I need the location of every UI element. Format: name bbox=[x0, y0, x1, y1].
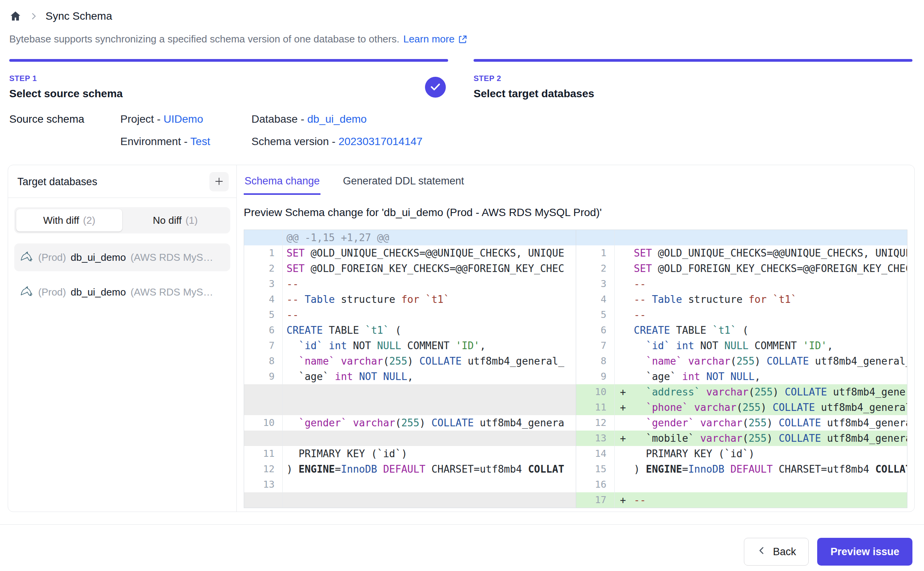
schema-diff: @@ -1,15 +1,27 @@1SET @OLD_UNIQUE_CHECKS… bbox=[244, 230, 907, 508]
tab-no-diff[interactable]: No diff (1) bbox=[122, 209, 228, 231]
diff-row bbox=[244, 384, 576, 400]
tab-generated-ddl[interactable]: Generated DDL statement bbox=[342, 173, 465, 195]
diff-code-line: PRIMARY KEY (`id`) bbox=[283, 446, 576, 461]
diff-code-line: -- Table structure for `t1` bbox=[615, 292, 907, 307]
diff-line-number bbox=[576, 230, 615, 245]
diff-line-number: 11 bbox=[244, 446, 283, 461]
diff-row: 6CREATE TABLE `t1` ( bbox=[576, 323, 907, 338]
diff-line-number: 5 bbox=[244, 307, 283, 323]
diff-line-number: 10 bbox=[576, 384, 615, 400]
diff-code-line bbox=[283, 492, 576, 508]
diff-row: 5-- bbox=[244, 307, 576, 323]
diff-code-line bbox=[283, 477, 576, 492]
database-environment: (Prod) bbox=[38, 252, 66, 264]
diff-row bbox=[244, 492, 576, 508]
step-2: STEP 2 Select target databases bbox=[474, 59, 912, 100]
schema-version-link[interactable]: 20230317014147 bbox=[339, 135, 423, 147]
diff-code-line: `name` varchar(255) COLLATE utf8mb4_gene… bbox=[283, 353, 576, 369]
diff-code-line: SET @OLD_UNIQUE_CHECKS=@@UNIQUE_CHECKS, … bbox=[615, 245, 907, 261]
diff-line-number: 1 bbox=[576, 245, 615, 261]
diff-code-line: `age` int NOT NULL, bbox=[283, 369, 576, 384]
diff-code-line: -- bbox=[615, 307, 907, 323]
diff-row: 1SET @OLD_UNIQUE_CHECKS=@@UNIQUE_CHECKS,… bbox=[576, 245, 907, 261]
diff-row: 8 `name` varchar(255) COLLATE utf8mb4_ge… bbox=[244, 353, 576, 369]
added-line-marker: + bbox=[615, 400, 634, 415]
diff-line-number: 6 bbox=[244, 323, 283, 338]
diff-line-number: 8 bbox=[244, 353, 283, 369]
tab-with-diff[interactable]: With diff (2) bbox=[16, 209, 122, 231]
schema-change-content: Schema change Generated DDL statement Pr… bbox=[236, 165, 914, 512]
source-schema-label: Source schema bbox=[9, 113, 120, 148]
diff-line-number: 7 bbox=[244, 338, 283, 353]
diff-code-line: SET @OLD_UNIQUE_CHECKS=@@UNIQUE_CHECKS, … bbox=[283, 245, 576, 261]
diff-row: 3-- bbox=[576, 276, 907, 292]
page-description: Bytebase supports synchronizing a specif… bbox=[9, 33, 912, 45]
diff-code-line: SET @OLD_FOREIGN_KEY_CHECKS=@@FOREIGN_KE… bbox=[615, 261, 907, 276]
diff-row: 6CREATE TABLE `t1` ( bbox=[244, 323, 576, 338]
diff-line-number: 17 bbox=[576, 492, 615, 508]
diff-row: 1SET @OLD_UNIQUE_CHECKS=@@UNIQUE_CHECKS,… bbox=[244, 245, 576, 261]
diff-line-number bbox=[244, 400, 283, 415]
field-project-label: Project - bbox=[120, 113, 164, 125]
diff-line-number: 1 bbox=[244, 245, 283, 261]
diff-code-line: + `address` varchar(255) COLLATE utf8mb4… bbox=[615, 384, 907, 400]
database-name: db_ui_demo bbox=[71, 286, 126, 298]
diff-line-number: 12 bbox=[576, 415, 615, 431]
diff-row: 15) ENGINE=InnoDB DEFAULT CHARSET=utf8mb… bbox=[576, 461, 907, 477]
source-schema-fields: Project - UIDemo Database - db_ui_demo E… bbox=[120, 113, 423, 148]
chevron-right-icon bbox=[29, 11, 39, 21]
diff-row: 4-- Table structure for `t1` bbox=[244, 292, 576, 307]
diff-row: 2SET @OLD_FOREIGN_KEY_CHECKS=@@FOREIGN_K… bbox=[244, 261, 576, 276]
database-list-item[interactable]: (Prod) db_ui_demo (AWS RDS MyS… bbox=[14, 278, 230, 306]
step-2-label: STEP 2 bbox=[474, 74, 912, 83]
add-target-database-button[interactable] bbox=[209, 172, 229, 191]
diff-code-line bbox=[615, 230, 907, 245]
diff-row: 12) ENGINE=InnoDB DEFAULT CHARSET=utf8mb… bbox=[244, 461, 576, 477]
diff-pane-source[interactable]: @@ -1,15 +1,27 @@1SET @OLD_UNIQUE_CHECKS… bbox=[244, 230, 576, 508]
project-link[interactable]: UIDemo bbox=[164, 113, 203, 125]
diff-row: 7 `id` int NOT NULL COMMENT 'ID', bbox=[244, 338, 576, 353]
diff-code-line: -- Table structure for `t1` bbox=[283, 292, 576, 307]
diff-line-number: 9 bbox=[576, 369, 615, 384]
diff-line-number: 8 bbox=[576, 353, 615, 369]
diff-row: 11+ `phone` varchar(255) COLLATE utf8mb4… bbox=[576, 400, 907, 415]
diff-code-line: + `mobile` varchar(255) COLLATE utf8mb4_… bbox=[615, 431, 907, 446]
home-icon[interactable] bbox=[9, 10, 22, 22]
environment-link[interactable]: Test bbox=[191, 135, 210, 147]
target-databases-panel: Target databases With diff (2) No diff (… bbox=[8, 165, 236, 512]
tab-with-diff-label: With diff bbox=[43, 215, 79, 226]
diff-row bbox=[576, 230, 907, 245]
diff-row: 9 `age` int NOT NULL, bbox=[244, 369, 576, 384]
diff-row: @@ -1,15 +1,27 @@ bbox=[244, 230, 576, 245]
diff-line-number: 2 bbox=[576, 261, 615, 276]
field-environment: Environment - Test bbox=[120, 135, 251, 148]
back-button[interactable]: Back bbox=[744, 538, 809, 566]
diff-line-number: 16 bbox=[576, 477, 615, 492]
tab-no-diff-count: (1) bbox=[185, 215, 198, 226]
diff-row: 4-- Table structure for `t1` bbox=[576, 292, 907, 307]
diff-code-line bbox=[615, 477, 907, 492]
diff-row: 13 bbox=[244, 477, 576, 492]
target-databases-title: Target databases bbox=[17, 176, 97, 188]
diff-line-number: 5 bbox=[576, 307, 615, 323]
learn-more-link[interactable]: Learn more bbox=[403, 33, 468, 45]
tab-schema-change[interactable]: Schema change bbox=[244, 173, 320, 195]
step-2-title: Select target databases bbox=[474, 88, 912, 100]
diff-line-number: 12 bbox=[244, 461, 283, 477]
diff-code-line: `gender` varchar(255) COLLATE utf8mb4_ge… bbox=[283, 415, 576, 431]
diff-code-line: -- bbox=[615, 276, 907, 292]
diff-pane-target[interactable]: 1SET @OLD_UNIQUE_CHECKS=@@UNIQUE_CHECKS,… bbox=[576, 230, 907, 508]
database-list-item[interactable]: (Prod) db_ui_demo (AWS RDS MyS… bbox=[14, 243, 230, 271]
database-name: db_ui_demo bbox=[71, 252, 126, 264]
target-database-list: (Prod) db_ui_demo (AWS RDS MyS… (Prod) d… bbox=[14, 243, 230, 306]
diff-row: 13+ `mobile` varchar(255) COLLATE utf8mb… bbox=[576, 431, 907, 446]
diff-code-line: @@ -1,15 +1,27 @@ bbox=[283, 230, 576, 245]
database-link[interactable]: db_ui_demo bbox=[307, 113, 367, 125]
target-databases-header: Target databases bbox=[8, 165, 236, 198]
preview-issue-button[interactable]: Preview issue bbox=[817, 538, 912, 566]
diff-row: 8 `name` varchar(255) COLLATE utf8mb4_ge… bbox=[576, 353, 907, 369]
diff-row: 5-- bbox=[576, 307, 907, 323]
diff-line-number bbox=[244, 384, 283, 400]
diff-line-number: 4 bbox=[244, 292, 283, 307]
diff-line-number: 11 bbox=[576, 400, 615, 415]
